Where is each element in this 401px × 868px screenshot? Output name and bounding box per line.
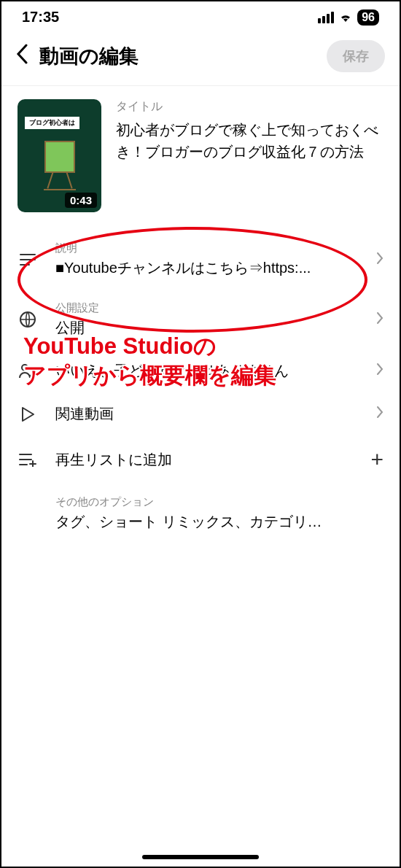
signal-icon xyxy=(318,12,334,23)
visibility-label: 公開設定 xyxy=(55,301,359,315)
add-to-playlist-row[interactable]: 再生リストに追加 + xyxy=(17,435,384,484)
description-label: 説明 xyxy=(55,241,359,255)
audience-value: いいえ、子ども向けではありません xyxy=(55,361,359,381)
play-icon xyxy=(17,406,38,422)
chevron-right-icon xyxy=(376,406,384,422)
globe-icon xyxy=(17,311,38,328)
chevron-right-icon xyxy=(376,252,384,268)
description-row[interactable]: 説明 ■Youtubeチャンネルはこちら⇒https:... xyxy=(17,230,384,290)
status-indicators: 96 xyxy=(318,9,379,26)
status-bar: 17:35 96 xyxy=(1,1,400,31)
back-button[interactable] xyxy=(16,44,28,69)
related-value: 関連動画 xyxy=(55,404,359,424)
svg-point-1 xyxy=(22,365,28,371)
page-title: 動画の編集 xyxy=(39,43,139,69)
related-videos-row[interactable]: 関連動画 xyxy=(17,392,384,435)
visibility-row[interactable]: 公開設定 公開 xyxy=(17,290,384,349)
video-title[interactable]: 初心者がブログで稼ぐ上で知っておくべき！ブロガーのブログ収益化７の方法 xyxy=(116,119,384,163)
video-info: タイトル 初心者がブログで稼ぐ上で知っておくべき！ブロガーのブログ収益化７の方法 xyxy=(116,99,384,212)
status-time: 17:35 xyxy=(22,9,59,26)
save-button[interactable]: 保存 xyxy=(327,40,385,72)
wifi-icon xyxy=(338,12,353,23)
chevron-right-icon xyxy=(376,311,384,328)
video-thumbnail[interactable]: ブログ初心者は 0:43 xyxy=(17,99,101,212)
plus-icon: + xyxy=(370,447,384,472)
video-duration: 0:43 xyxy=(65,193,97,208)
audience-row[interactable]: いいえ、子ども向けではありません xyxy=(17,349,384,392)
playlist-value: 再生リストに追加 xyxy=(55,450,353,470)
battery-badge: 96 xyxy=(357,9,379,26)
description-value: ■Youtubeチャンネルはこちら⇒https:... xyxy=(55,258,359,278)
title-label: タイトル xyxy=(116,99,384,115)
other-label: その他のオプション xyxy=(55,495,384,509)
other-value: タグ、ショート リミックス、カテゴリ… xyxy=(55,512,384,532)
description-icon xyxy=(17,252,38,267)
svg-point-2 xyxy=(31,367,34,371)
audience-icon xyxy=(17,363,38,379)
home-indicator[interactable] xyxy=(142,855,259,859)
header: 動画の編集 保存 xyxy=(1,31,400,86)
visibility-value: 公開 xyxy=(55,318,359,338)
video-section: ブログ初心者は 0:43 タイトル 初心者がブログで稼ぐ上で知っておくべき！ブロ… xyxy=(1,86,400,230)
settings-list: YouTube Studioの アプリから概要欄を編集 説明 ■Youtubeチ… xyxy=(1,230,400,543)
chevron-right-icon xyxy=(376,363,384,379)
playlist-add-icon xyxy=(17,452,38,467)
other-options-row[interactable]: その他のオプション タグ、ショート リミックス、カテゴリ… xyxy=(17,484,384,543)
thumbnail-banner: ブログ初心者は xyxy=(25,117,79,129)
